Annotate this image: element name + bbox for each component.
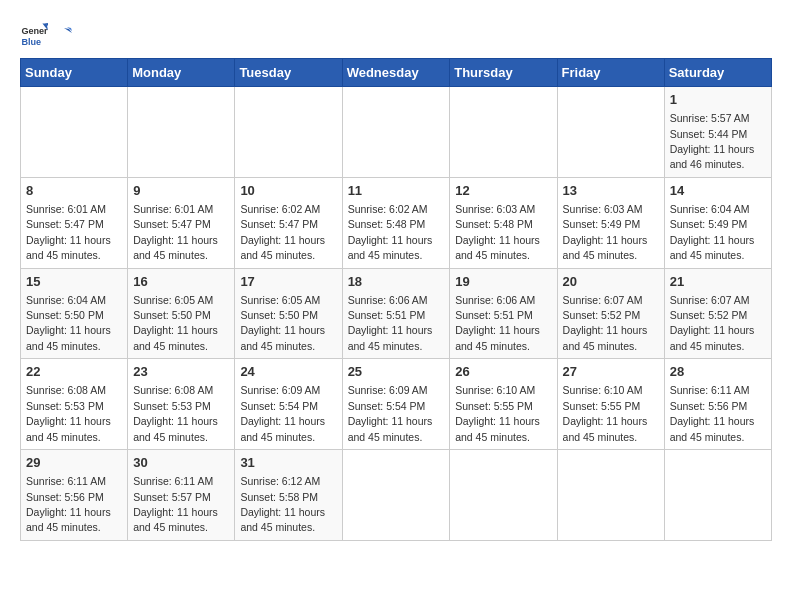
day-info: Sunrise: 6:05 AMSunset: 5:50 PMDaylight:… (240, 294, 325, 352)
calendar-cell: 20Sunrise: 6:07 AMSunset: 5:52 PMDayligh… (557, 268, 664, 359)
day-number: 25 (348, 363, 445, 381)
calendar-header-row: SundayMondayTuesdayWednesdayThursdayFrid… (21, 59, 772, 87)
calendar-cell (450, 450, 557, 541)
svg-text:General: General (21, 26, 48, 36)
calendar-cell: 12Sunrise: 6:03 AMSunset: 5:48 PMDayligh… (450, 177, 557, 268)
logo: General Blue (20, 20, 72, 48)
day-info: Sunrise: 6:08 AMSunset: 5:53 PMDaylight:… (26, 384, 111, 442)
calendar-cell: 10Sunrise: 6:02 AMSunset: 5:47 PMDayligh… (235, 177, 342, 268)
logo-bird-icon (54, 25, 72, 43)
calendar-cell: 8Sunrise: 6:01 AMSunset: 5:47 PMDaylight… (21, 177, 128, 268)
calendar-cell (342, 87, 450, 178)
day-info: Sunrise: 5:57 AMSunset: 5:44 PMDaylight:… (670, 112, 755, 170)
calendar-cell: 11Sunrise: 6:02 AMSunset: 5:48 PMDayligh… (342, 177, 450, 268)
calendar-cell: 22Sunrise: 6:08 AMSunset: 5:53 PMDayligh… (21, 359, 128, 450)
day-number: 19 (455, 273, 551, 291)
calendar-cell: 25Sunrise: 6:09 AMSunset: 5:54 PMDayligh… (342, 359, 450, 450)
calendar-cell: 1Sunrise: 5:57 AMSunset: 5:44 PMDaylight… (664, 87, 771, 178)
day-number: 21 (670, 273, 766, 291)
day-info: Sunrise: 6:02 AMSunset: 5:47 PMDaylight:… (240, 203, 325, 261)
day-number: 22 (26, 363, 122, 381)
day-number: 26 (455, 363, 551, 381)
day-info: Sunrise: 6:12 AMSunset: 5:58 PMDaylight:… (240, 475, 325, 533)
calendar-table: SundayMondayTuesdayWednesdayThursdayFrid… (20, 58, 772, 541)
calendar-cell: 18Sunrise: 6:06 AMSunset: 5:51 PMDayligh… (342, 268, 450, 359)
header-thursday: Thursday (450, 59, 557, 87)
calendar-week-4: 22Sunrise: 6:08 AMSunset: 5:53 PMDayligh… (21, 359, 772, 450)
calendar-week-3: 15Sunrise: 6:04 AMSunset: 5:50 PMDayligh… (21, 268, 772, 359)
day-number: 29 (26, 454, 122, 472)
day-info: Sunrise: 6:07 AMSunset: 5:52 PMDaylight:… (563, 294, 648, 352)
calendar-cell: 9Sunrise: 6:01 AMSunset: 5:47 PMDaylight… (128, 177, 235, 268)
day-info: Sunrise: 6:09 AMSunset: 5:54 PMDaylight:… (240, 384, 325, 442)
day-info: Sunrise: 6:06 AMSunset: 5:51 PMDaylight:… (455, 294, 540, 352)
calendar-cell: 16Sunrise: 6:05 AMSunset: 5:50 PMDayligh… (128, 268, 235, 359)
day-number: 23 (133, 363, 229, 381)
calendar-week-1: 1Sunrise: 5:57 AMSunset: 5:44 PMDaylight… (21, 87, 772, 178)
calendar-cell: 14Sunrise: 6:04 AMSunset: 5:49 PMDayligh… (664, 177, 771, 268)
day-number: 28 (670, 363, 766, 381)
calendar-cell (557, 450, 664, 541)
day-info: Sunrise: 6:09 AMSunset: 5:54 PMDaylight:… (348, 384, 433, 442)
calendar-cell: 29Sunrise: 6:11 AMSunset: 5:56 PMDayligh… (21, 450, 128, 541)
calendar-cell: 17Sunrise: 6:05 AMSunset: 5:50 PMDayligh… (235, 268, 342, 359)
day-number: 12 (455, 182, 551, 200)
header-saturday: Saturday (664, 59, 771, 87)
day-number: 14 (670, 182, 766, 200)
day-info: Sunrise: 6:04 AMSunset: 5:49 PMDaylight:… (670, 203, 755, 261)
day-number: 24 (240, 363, 336, 381)
day-info: Sunrise: 6:10 AMSunset: 5:55 PMDaylight:… (563, 384, 648, 442)
day-number: 18 (348, 273, 445, 291)
day-info: Sunrise: 6:03 AMSunset: 5:48 PMDaylight:… (455, 203, 540, 261)
day-info: Sunrise: 6:02 AMSunset: 5:48 PMDaylight:… (348, 203, 433, 261)
day-number: 8 (26, 182, 122, 200)
day-info: Sunrise: 6:11 AMSunset: 5:56 PMDaylight:… (26, 475, 111, 533)
day-info: Sunrise: 6:05 AMSunset: 5:50 PMDaylight:… (133, 294, 218, 352)
calendar-cell: 31Sunrise: 6:12 AMSunset: 5:58 PMDayligh… (235, 450, 342, 541)
header-sunday: Sunday (21, 59, 128, 87)
day-number: 31 (240, 454, 336, 472)
calendar-cell (21, 87, 128, 178)
calendar-cell (235, 87, 342, 178)
day-info: Sunrise: 6:08 AMSunset: 5:53 PMDaylight:… (133, 384, 218, 442)
day-number: 13 (563, 182, 659, 200)
calendar-cell (557, 87, 664, 178)
calendar-cell: 13Sunrise: 6:03 AMSunset: 5:49 PMDayligh… (557, 177, 664, 268)
day-info: Sunrise: 6:10 AMSunset: 5:55 PMDaylight:… (455, 384, 540, 442)
day-info: Sunrise: 6:06 AMSunset: 5:51 PMDaylight:… (348, 294, 433, 352)
calendar-cell: 24Sunrise: 6:09 AMSunset: 5:54 PMDayligh… (235, 359, 342, 450)
calendar-body: 1Sunrise: 5:57 AMSunset: 5:44 PMDaylight… (21, 87, 772, 541)
header-monday: Monday (128, 59, 235, 87)
header-tuesday: Tuesday (235, 59, 342, 87)
day-number: 30 (133, 454, 229, 472)
logo-icon: General Blue (20, 20, 48, 48)
day-info: Sunrise: 6:07 AMSunset: 5:52 PMDaylight:… (670, 294, 755, 352)
day-number: 20 (563, 273, 659, 291)
day-number: 16 (133, 273, 229, 291)
calendar-cell: 26Sunrise: 6:10 AMSunset: 5:55 PMDayligh… (450, 359, 557, 450)
calendar-cell (342, 450, 450, 541)
day-number: 27 (563, 363, 659, 381)
calendar-cell: 19Sunrise: 6:06 AMSunset: 5:51 PMDayligh… (450, 268, 557, 359)
calendar-week-2: 8Sunrise: 6:01 AMSunset: 5:47 PMDaylight… (21, 177, 772, 268)
calendar-cell: 30Sunrise: 6:11 AMSunset: 5:57 PMDayligh… (128, 450, 235, 541)
calendar-cell: 23Sunrise: 6:08 AMSunset: 5:53 PMDayligh… (128, 359, 235, 450)
day-info: Sunrise: 6:01 AMSunset: 5:47 PMDaylight:… (26, 203, 111, 261)
calendar-cell: 15Sunrise: 6:04 AMSunset: 5:50 PMDayligh… (21, 268, 128, 359)
day-number: 17 (240, 273, 336, 291)
header: General Blue (20, 20, 772, 48)
day-info: Sunrise: 6:03 AMSunset: 5:49 PMDaylight:… (563, 203, 648, 261)
calendar-cell (128, 87, 235, 178)
day-number: 9 (133, 182, 229, 200)
header-friday: Friday (557, 59, 664, 87)
calendar-cell: 27Sunrise: 6:10 AMSunset: 5:55 PMDayligh… (557, 359, 664, 450)
calendar-cell: 28Sunrise: 6:11 AMSunset: 5:56 PMDayligh… (664, 359, 771, 450)
day-info: Sunrise: 6:01 AMSunset: 5:47 PMDaylight:… (133, 203, 218, 261)
calendar-cell (450, 87, 557, 178)
day-info: Sunrise: 6:04 AMSunset: 5:50 PMDaylight:… (26, 294, 111, 352)
svg-text:Blue: Blue (21, 37, 41, 47)
header-wednesday: Wednesday (342, 59, 450, 87)
day-number: 15 (26, 273, 122, 291)
day-number: 1 (670, 91, 766, 109)
calendar-cell (664, 450, 771, 541)
